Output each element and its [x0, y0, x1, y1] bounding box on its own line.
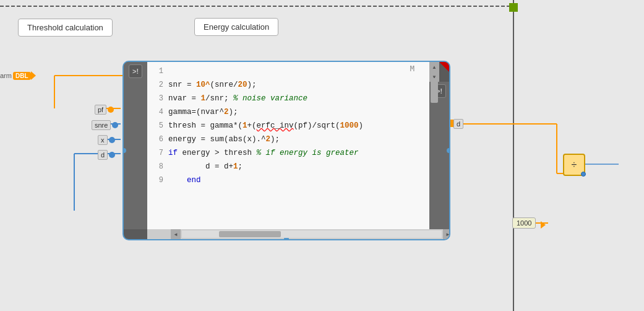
- code-gutter-left: >!: [124, 62, 147, 229]
- vertical-scrollbar[interactable]: ▲ ▼: [429, 62, 439, 82]
- code-line-3: 3 nvar = 1/snr; % noise variance: [152, 92, 424, 105]
- code-line-9: 9 end: [152, 173, 424, 187]
- energy-label: Energy calculation: [194, 18, 278, 36]
- x-port: x: [98, 135, 115, 145]
- snre-port: snre: [92, 120, 118, 130]
- dbl-badge: DBL: [13, 72, 31, 80]
- code-gutter-right: >!: [429, 82, 449, 229]
- m-marker: M: [410, 64, 414, 73]
- gutter-icon[interactable]: >!: [129, 64, 142, 78]
- code-line-5: 5 thresh = gamma*(1+(erfc_inv(pf)/sqrt(1…: [152, 119, 424, 133]
- resize-dot-right[interactable]: [447, 148, 450, 153]
- divide-icon: ÷: [572, 159, 577, 170]
- const-1000-value: 1000: [517, 219, 531, 227]
- scroll-up-button[interactable]: ▲: [429, 62, 439, 72]
- code-line-2: 2 snr = 10^(snre/20);: [152, 78, 424, 92]
- scroll-left-button[interactable]: ◄: [171, 229, 181, 239]
- d-out-label: d: [453, 119, 463, 129]
- snre-label: snre: [92, 120, 111, 130]
- divide-node: ÷: [563, 154, 585, 176]
- scrollbar-track-h[interactable]: [182, 230, 442, 238]
- code-line-4: 4 gamma=(nvar^2);: [152, 105, 424, 119]
- x-label: x: [98, 135, 108, 145]
- code-editor-block: >! M 1 2 snr = 10^(snre/20); 3 nvar = 1/…: [122, 61, 450, 240]
- scrollbar-thumb-v[interactable]: [431, 78, 438, 103]
- code-line-8: 8 d = d+1;: [152, 160, 424, 173]
- d-in-label: d: [98, 150, 108, 160]
- divide-output-dot: [581, 172, 586, 177]
- d-out-port: d: [453, 119, 463, 129]
- arm-badge: arm DBL: [0, 71, 36, 80]
- svg-rect-15: [509, 3, 518, 12]
- dbl-arrow-icon: [31, 71, 36, 80]
- right-panel: ▲ ▼ >!: [429, 62, 449, 229]
- code-inner: >! M 1 2 snr = 10^(snre/20); 3 nvar = 1/…: [124, 62, 449, 229]
- code-line-1: 1: [152, 64, 424, 78]
- red-corner-icon: [439, 62, 449, 72]
- arm-text: arm: [0, 72, 12, 79]
- scroll-right-button[interactable]: ►: [443, 229, 450, 239]
- code-line-7: 7 if energy > thresh % if energy is grea…: [152, 146, 424, 160]
- d-in-dot: [109, 152, 115, 158]
- code-text-area[interactable]: M 1 2 snr = 10^(snre/20); 3 nvar = 1/snr…: [147, 62, 429, 229]
- snre-dot: [112, 122, 118, 128]
- pf-port: pf: [95, 105, 114, 115]
- x-dot: [109, 137, 115, 143]
- scrollbar-thumb-h[interactable]: [219, 231, 281, 237]
- pf-dot: [108, 107, 114, 113]
- d-in-port: d: [98, 150, 115, 160]
- const-1000-node: 1000: [512, 217, 536, 229]
- threshold-label: Threshold calculation: [18, 19, 113, 37]
- const-1000-arrow: [541, 221, 546, 229]
- horizontal-scrollbar[interactable]: ◄ ►: [147, 229, 450, 239]
- code-line-6: 6 energy = sum(abs(x).^2);: [152, 133, 424, 146]
- pf-label: pf: [95, 105, 106, 115]
